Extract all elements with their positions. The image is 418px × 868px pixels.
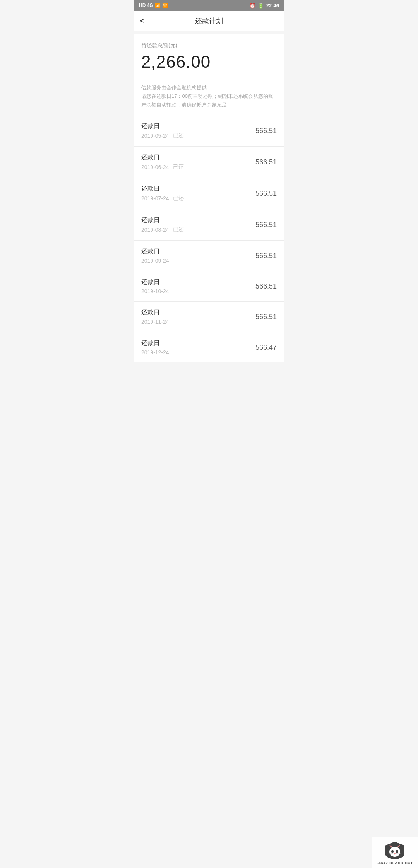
payment-label: 还款日 <box>141 339 169 347</box>
payment-amount: 566.51 <box>255 158 277 166</box>
total-section: 待还款总额(元) 2,266.00 借款服务由合作金融机构提供 请您在还款日17… <box>134 34 284 115</box>
wifi-icon: 🛜 <box>162 3 168 8</box>
nav-bar: < 还款计划 <box>134 11 284 31</box>
payment-date: 2019-05-24 <box>141 133 169 139</box>
payment-status: 已还 <box>173 195 184 202</box>
payment-status: 已还 <box>173 132 184 139</box>
payment-date-row: 2019-12-24 <box>141 349 169 355</box>
payment-left: 还款日 2019-08-24 已还 <box>141 216 184 233</box>
payment-left: 还款日 2019-12-24 <box>141 339 169 355</box>
divider <box>141 78 277 78</box>
payment-date: 2019-11-24 <box>141 319 169 325</box>
payment-item: 还款日 2019-11-24 566.51 <box>134 302 284 332</box>
payment-left: 还款日 2019-09-24 <box>141 248 169 264</box>
payment-label: 还款日 <box>141 185 184 193</box>
main-content: 待还款总额(元) 2,266.00 借款服务由合作金融机构提供 请您在还款日17… <box>134 34 284 362</box>
payment-label: 还款日 <box>141 122 184 130</box>
back-button[interactable]: < <box>140 17 145 25</box>
payment-date-row: 2019-09-24 <box>141 258 169 264</box>
payment-date: 2019-06-24 <box>141 164 169 170</box>
payment-amount: 566.51 <box>255 313 277 321</box>
payment-amount: 566.51 <box>255 221 277 229</box>
payment-date: 2019-07-24 <box>141 195 169 202</box>
status-bar-right: ⏰ 🔋 22:46 <box>249 3 279 9</box>
hd-label: HD 4G <box>139 3 153 8</box>
payment-amount: 566.51 <box>255 252 277 260</box>
payment-list: 还款日 2019-05-24 已还 566.51 还款日 2019-06-24 … <box>134 115 284 362</box>
payment-item: 还款日 2019-08-24 已还 566.51 <box>134 209 284 241</box>
payment-status: 已还 <box>173 164 184 171</box>
payment-date-row: 2019-05-24 已还 <box>141 132 184 139</box>
payment-date: 2019-08-24 <box>141 227 169 233</box>
payment-label: 还款日 <box>141 154 184 162</box>
payment-date: 2019-10-24 <box>141 288 169 294</box>
payment-date-row: 2019-07-24 已还 <box>141 195 184 202</box>
alarm-icon: ⏰ <box>249 3 255 9</box>
payment-item: 还款日 2019-09-24 566.51 <box>134 241 284 271</box>
time-display: 22:46 <box>266 3 279 9</box>
payment-left: 还款日 2019-07-24 已还 <box>141 185 184 202</box>
payment-amount: 566.51 <box>255 282 277 290</box>
payment-left: 还款日 2019-10-24 <box>141 278 169 294</box>
status-bar-left: HD 4G 📶 🛜 <box>139 3 168 8</box>
battery-icon: 🔋 <box>258 3 264 9</box>
notice-text: 借款服务由合作金融机构提供 请您在还款日17：00前主动还款；到期未还系统会从您… <box>141 84 277 109</box>
payment-amount: 566.51 <box>255 190 277 198</box>
payment-label: 还款日 <box>141 309 169 317</box>
total-label: 待还款总额(元) <box>141 42 277 49</box>
payment-left: 还款日 2019-06-24 已还 <box>141 154 184 171</box>
payment-item: 还款日 2019-07-24 已还 566.51 <box>134 178 284 209</box>
payment-item: 还款日 2019-10-24 566.51 <box>134 271 284 302</box>
payment-date-row: 2019-11-24 <box>141 319 169 325</box>
payment-left: 还款日 2019-05-24 已还 <box>141 122 184 139</box>
payment-date-row: 2019-06-24 已还 <box>141 164 184 171</box>
payment-amount: 566.51 <box>255 127 277 135</box>
signal-icon: 📶 <box>155 3 161 8</box>
total-amount: 2,266.00 <box>141 52 277 72</box>
notice-line-2: 请您在还款日17：00前主动还款；到期未还系统会从您的账户余额自动扣款，请确保帐… <box>141 92 277 109</box>
payment-label: 还款日 <box>141 248 169 256</box>
payment-date-row: 2019-10-24 <box>141 288 169 294</box>
payment-left: 还款日 2019-11-24 <box>141 309 169 325</box>
payment-item: 还款日 2019-06-24 已还 566.51 <box>134 147 284 178</box>
payment-status: 已还 <box>173 226 184 233</box>
notice-line-1: 借款服务由合作金融机构提供 <box>141 84 277 92</box>
payment-date: 2019-09-24 <box>141 258 169 264</box>
payment-label: 还款日 <box>141 278 169 286</box>
payment-amount: 566.47 <box>255 343 277 352</box>
payment-date: 2019-12-24 <box>141 349 169 355</box>
payment-item: 还款日 2019-05-24 已还 566.51 <box>134 115 284 147</box>
payment-label: 还款日 <box>141 216 184 224</box>
status-bar: HD 4G 📶 🛜 ⏰ 🔋 22:46 <box>134 0 284 11</box>
page-title: 还款计划 <box>195 16 223 26</box>
payment-date-row: 2019-08-24 已还 <box>141 226 184 233</box>
payment-item: 还款日 2019-12-24 566.47 <box>134 332 284 362</box>
